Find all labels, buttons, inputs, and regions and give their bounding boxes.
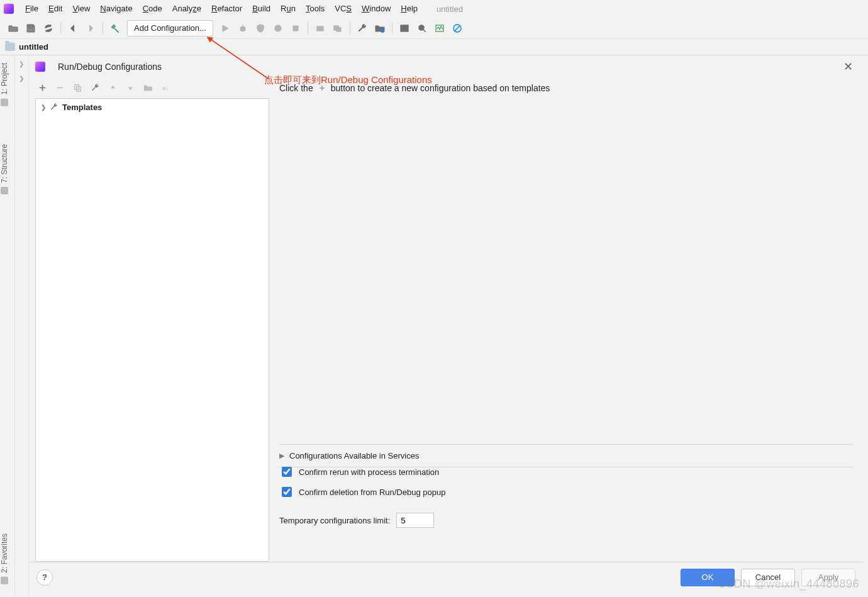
project-structure-icon[interactable] [372,20,388,36]
save-icon[interactable] [23,20,39,36]
menu-help[interactable]: Help [396,0,423,18]
help-icon[interactable]: ? [36,569,53,586]
svg-rect-2 [293,26,298,31]
folder-icon [5,43,15,51]
services-label: Configurations Available in Services [289,451,419,460]
chevron-right-icon: ❯ [41,104,46,111]
project-name-label: untitled [437,4,463,14]
watermark-text: CSDN @weixin_44480896 [718,577,859,591]
search-icon[interactable] [414,20,430,36]
menu-build[interactable]: Build [247,0,275,18]
main-toolbar: Add Configuration... [0,18,868,39]
copy-config-icon[interactable] [72,82,83,93]
run-config-combo[interactable]: Add Configuration... [127,20,213,36]
svg-rect-3 [317,26,323,31]
move-up-icon[interactable] [107,82,118,93]
temp-limit-row: Temporary configurations limit: [279,513,853,528]
menu-vcs[interactable]: VCS [330,0,357,18]
tab-structure-label: 7: Structure [0,144,9,183]
menu-navigate[interactable]: Navigate [95,0,137,18]
settings-wrench-icon[interactable] [354,20,370,36]
attach2-icon[interactable] [330,20,346,36]
tab-project[interactable]: 1: Project [0,57,9,113]
annotation-text: 点击即可来到Run/Debug Configurations [264,74,432,86]
attach-icon[interactable] [312,20,328,36]
menu-view[interactable]: View [67,0,95,18]
breadcrumb-project[interactable]: untitled [19,42,48,52]
menu-run[interactable]: Run [275,0,301,18]
ok-label: OK [702,572,714,582]
coverage-icon[interactable] [252,20,269,36]
menu-file[interactable]: File [20,0,43,18]
tree-templates-node[interactable]: ❯ Templates [36,99,269,115]
wrench-icon [50,103,58,111]
tab-favorites[interactable]: 2: Favorites [0,527,9,591]
svg-point-8 [419,25,424,30]
no-entry-icon[interactable] [449,20,465,36]
menu-code[interactable]: Code [138,0,167,18]
dialog-left-panel: a↓ ❯ Templates [35,81,269,562]
menu-refactor[interactable]: Refactor [206,0,247,18]
svg-point-0 [240,26,245,31]
tree-templates-label: Templates [62,103,102,112]
chk-confirm-rerun[interactable]: Confirm rerun with process termination [279,465,853,479]
chk-confirm-delete-input[interactable] [282,487,292,497]
expand-triangle-icon: ▶ [279,452,284,460]
project-tab-icon [1,99,8,106]
forward-icon[interactable] [82,20,99,36]
dialog-app-icon [35,62,45,72]
structure-tab-icon [1,187,8,194]
profile-icon[interactable] [270,20,286,36]
dialog-options: Confirm rerun with process termination C… [279,465,853,528]
open-icon[interactable] [5,20,21,36]
dialog-right-panel: Click the ＋ button to create a new confi… [275,81,857,562]
back-icon[interactable] [65,20,81,36]
svg-point-6 [381,29,384,33]
menu-edit[interactable]: Edit [43,0,67,18]
favorites-tab-icon [1,577,8,584]
tab-project-label: 1: Project [0,63,9,95]
menu-analyze[interactable]: Analyze [167,0,206,18]
stop-icon[interactable] [287,20,304,36]
sync-icon[interactable] [40,20,57,36]
breadcrumb-bar: untitled [0,39,868,55]
svg-rect-7 [401,25,408,31]
run-config-label: Add Configuration... [134,23,206,33]
temp-limit-input[interactable] [396,513,434,528]
dialog-title: Run/Debug Configurations [58,62,162,72]
chk-confirm-rerun-label: Confirm rerun with process termination [299,467,439,477]
dialog-titlebar: Run/Debug Configurations ✕ [29,58,863,75]
tab-structure[interactable]: 7: Structure [0,138,9,201]
run-anything-icon[interactable] [396,20,413,36]
gutter-chevron-icon[interactable]: ❯ [15,57,28,71]
gutter-chevron2-icon[interactable]: ❯ [15,71,28,86]
move-down-icon[interactable] [125,82,136,93]
remove-config-icon[interactable] [54,82,65,93]
menubar: File Edit View Navigate Code Analyze Ref… [0,0,868,18]
close-icon[interactable]: ✕ [840,60,857,74]
temp-limit-label: Temporary configurations limit: [279,516,390,525]
chk-confirm-rerun-input[interactable] [282,467,292,477]
build-hammer-icon[interactable] [107,20,123,36]
chk-confirm-delete[interactable]: Confirm deletion from Run/Debug popup [279,485,853,499]
tab-favorites-label: 2: Favorites [0,533,9,573]
config-tree-toolbar: a↓ [35,81,269,98]
edit-templates-icon[interactable] [89,82,101,93]
run-play-icon[interactable] [217,20,233,36]
sort-alpha-icon[interactable]: a↓ [160,82,171,93]
services-section[interactable]: ▶ Configurations Available in Services [279,444,853,467]
activity-icon[interactable] [431,20,448,36]
config-tree[interactable]: ❯ Templates [35,98,269,562]
add-config-icon[interactable] [36,82,48,93]
svg-text:a↓: a↓ [162,85,168,91]
app-logo-icon [4,4,14,14]
menu-tools[interactable]: Tools [301,0,330,18]
debug-bug-icon[interactable] [235,20,251,36]
menu-window[interactable]: Window [357,0,396,18]
side-gutter: ❯ ❯ [15,57,29,597]
left-tool-tabs: 1: Project 7: Structure 2: Favorites [0,57,15,597]
svg-rect-5 [337,28,341,31]
folder-config-icon[interactable] [142,82,153,93]
run-debug-config-dialog: Run/Debug Configurations ✕ a↓ ❯ [29,58,863,592]
chk-confirm-delete-label: Confirm deletion from Run/Debug popup [299,488,445,497]
